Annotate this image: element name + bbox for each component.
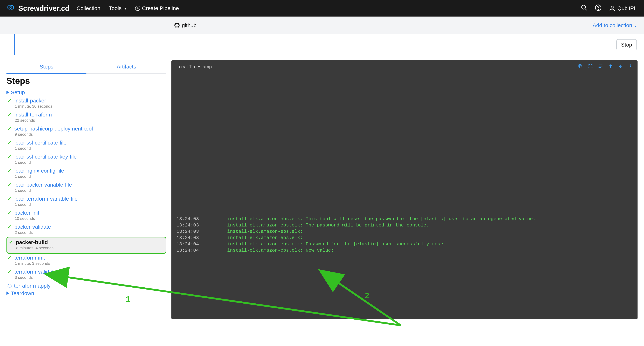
nav-tools[interactable]: Tools: [109, 5, 126, 11]
step-name[interactable]: packer-init: [14, 210, 39, 216]
panel-tabs: Steps Artifacts: [6, 60, 166, 74]
step-row-install-terraform[interactable]: ✓install-terraform22 seconds: [6, 110, 166, 124]
topbar-right: QubitPi: [581, 4, 637, 12]
step-name[interactable]: install-packer: [14, 98, 46, 104]
check-icon: ✓: [8, 255, 12, 260]
log-message: install-elk.amazon-ebs.elk:: [216, 235, 303, 241]
step-row-load-packer-variable-file[interactable]: ✓load-packer-variable-file1 second: [6, 181, 166, 195]
step-row-load-ssl-certificate-file[interactable]: ✓load-ssl-certificate-file1 second: [6, 138, 166, 152]
plus-circle-icon: +: [135, 6, 140, 11]
step-row-terraform-init[interactable]: ✓terraform-init1 minute, 3 seconds: [6, 254, 166, 268]
step-row-install-packer[interactable]: ✓install-packer1 minute, 30 seconds: [6, 96, 166, 110]
svg-point-2: [582, 5, 586, 9]
log-console: Local Timestamp: [172, 60, 638, 319]
step-duration: 2 seconds: [15, 230, 166, 235]
steps-panel: Steps Artifacts Steps Setup ✓install-pac…: [6, 60, 166, 319]
step-row-terraform-apply[interactable]: terraform-apply: [6, 282, 166, 289]
scm-provider[interactable]: github: [174, 22, 196, 28]
check-icon: ✓: [8, 140, 12, 146]
check-icon: ✓: [8, 98, 12, 104]
chevron-right-icon: [6, 90, 9, 94]
step-row-packer-init[interactable]: ✓packer-init10 seconds: [6, 209, 166, 223]
log-timestamp: 13:24:03: [176, 216, 204, 222]
log-line: 13:24:03 install-elk.amazon-ebs.elk:: [176, 228, 632, 235]
check-icon: ✓: [8, 154, 12, 160]
step-name[interactable]: load-ssl-certificate-file: [14, 140, 66, 146]
step-name[interactable]: terraform-validate: [14, 269, 56, 275]
wrap-lines-icon[interactable]: [598, 64, 603, 70]
step-row-setup-hashicorp-deployment-tool[interactable]: ✓setup-hashicorp-deployment-tool9 second…: [6, 124, 166, 138]
copy-icon[interactable]: [578, 64, 583, 70]
log-body[interactable]: 13:24:03 install-elk.amazon-ebs.elk: Thi…: [172, 72, 638, 259]
svg-rect-8: [579, 64, 581, 67]
log-message: install-elk.amazon-ebs.elk: The password…: [216, 222, 429, 228]
step-name[interactable]: install-terraform: [14, 112, 52, 118]
top-navbar: Screwdriver.cd Collection Tools + Create…: [0, 0, 644, 16]
svg-point-6: [611, 6, 613, 8]
caret-down-icon: [634, 22, 637, 28]
tab-artifacts[interactable]: Artifacts: [86, 60, 166, 73]
step-name[interactable]: load-nginx-config-file: [14, 168, 64, 174]
github-icon: [174, 23, 180, 28]
brand-name: Screwdriver.cd: [18, 4, 70, 12]
log-message: install-elk.amazon-ebs.elk: Password for…: [216, 241, 449, 247]
step-row-load-terraform-variable-file[interactable]: ✓load-terraform-variable-file1 second: [6, 195, 166, 209]
chevron-right-icon: [6, 292, 9, 295]
fullscreen-icon[interactable]: [588, 64, 593, 70]
group-setup-label: Setup: [11, 89, 25, 96]
search-icon[interactable]: [581, 4, 588, 12]
step-duration: 10 seconds: [15, 216, 166, 221]
steps-list: ✓install-packer1 minute, 30 seconds✓inst…: [6, 96, 166, 289]
help-icon[interactable]: [595, 4, 602, 12]
step-name[interactable]: packer-validate: [14, 224, 51, 230]
check-icon: ✓: [8, 112, 12, 118]
tab-steps[interactable]: Steps: [6, 60, 86, 73]
log-message: install-elk.amazon-ebs.elk: This tool wi…: [216, 216, 536, 222]
pipeline-subheader: github Add to collection: [0, 16, 644, 34]
log-header-label: Local Timestamp: [176, 64, 212, 70]
log-timestamp: 13:24:04: [176, 247, 204, 254]
nav-collection[interactable]: Collection: [77, 5, 100, 11]
brand[interactable]: Screwdriver.cd: [7, 4, 70, 12]
log-timestamp: 13:24:04: [176, 241, 204, 247]
log-toolbar: [578, 64, 633, 70]
step-name[interactable]: setup-hashicorp-deployment-tool: [14, 126, 93, 132]
add-to-collection[interactable]: Add to collection: [592, 22, 637, 28]
nav-create-pipeline[interactable]: + Create Pipeline: [135, 5, 179, 11]
check-icon: ✓: [8, 269, 12, 275]
log-line: 13:24:03 install-elk.amazon-ebs.elk: The…: [176, 222, 632, 228]
group-teardown[interactable]: Teardown: [6, 289, 166, 298]
log-line: 13:24:03 install-elk.amazon-ebs.elk: Thi…: [176, 216, 632, 222]
step-name[interactable]: terraform-init: [14, 255, 45, 261]
step-name[interactable]: load-terraform-variable-file: [14, 196, 78, 202]
step-name[interactable]: terraform-apply: [14, 283, 50, 289]
step-row-load-nginx-config-file[interactable]: ✓load-nginx-config-file1 second: [6, 166, 166, 181]
step-name[interactable]: load-packer-variable-file: [14, 182, 72, 188]
user-menu[interactable]: QubitPi: [609, 5, 637, 12]
spinner-icon: [8, 284, 12, 288]
log-timestamp: 13:24:03: [176, 235, 204, 241]
scroll-bottom-icon[interactable]: [618, 64, 623, 70]
scroll-top-icon[interactable]: [608, 64, 613, 70]
download-icon[interactable]: [628, 64, 633, 70]
stop-button[interactable]: Stop: [616, 39, 637, 50]
step-duration: 1 second: [15, 202, 166, 207]
step-row-packer-build[interactable]: ✓packer-build8 minutes, 4 seconds: [6, 237, 166, 254]
svg-point-5: [598, 9, 598, 10]
annotation-label-2: 2: [365, 291, 369, 300]
step-name[interactable]: load-ssl-certificate-key-file: [14, 154, 77, 160]
step-name[interactable]: packer-build: [16, 239, 48, 245]
caret-down-icon: [123, 5, 126, 11]
log-header: Local Timestamp: [172, 60, 638, 72]
main-content: Steps Artifacts Steps Setup ✓install-pac…: [0, 55, 644, 326]
log-message: install-elk.amazon-ebs.elk: New value:: [216, 247, 334, 254]
group-setup[interactable]: Setup: [6, 88, 166, 96]
step-duration: 22 seconds: [15, 118, 166, 123]
step-duration: 1 second: [15, 160, 166, 165]
group-teardown-label: Teardown: [11, 290, 34, 296]
step-duration: 3 seconds: [15, 275, 166, 280]
step-row-terraform-validate[interactable]: ✓terraform-validate3 seconds: [6, 268, 166, 282]
step-duration: 1 second: [15, 146, 166, 151]
step-row-load-ssl-certificate-key-file[interactable]: ✓load-ssl-certificate-key-file1 second: [6, 152, 166, 166]
step-row-packer-validate[interactable]: ✓packer-validate2 seconds: [6, 223, 166, 237]
